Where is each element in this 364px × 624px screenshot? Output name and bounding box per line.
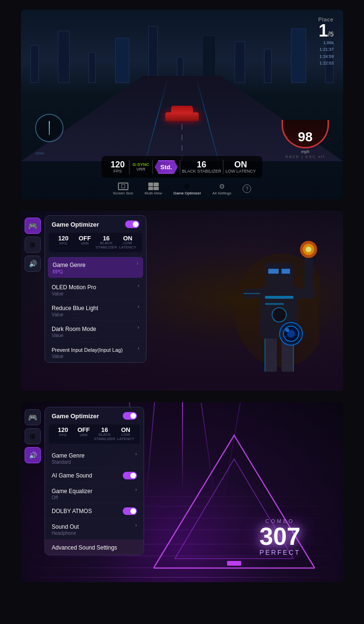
spacer [45, 444, 144, 448]
optimizer-toggle[interactable] [125, 220, 139, 228]
ll-stat: ON Low Latency [117, 235, 138, 250]
game-hud-bar: 120 FPS G-SYNC VRR Std. 16 Black Stabili… [101, 156, 262, 178]
compass [35, 114, 64, 142]
sound-optimizer-panel: Game Optimizer 120 FPS OFF VRR 16 Black … [45, 407, 144, 555]
race-mode-labels: RACE | ESC off [282, 155, 329, 159]
city-buildings [21, 17, 343, 83]
compass-label: 0/0/0 [36, 151, 44, 156]
sound-bs-stat: 16 Black Stabilizer [94, 427, 115, 441]
svg-rect-16 [265, 263, 293, 289]
sidebar-icon-gamepad[interactable]: 🎮 [25, 218, 41, 234]
toolbar-multiview[interactable]: Multi-View [145, 183, 162, 195]
panel-game-optimizer-visual: 🎮 ⊞ 🔊 Game Optimizer 120 FPS OFF [21, 211, 343, 391]
sidebar-icon-sound[interactable]: 🔊 [25, 256, 41, 272]
stats-row: 120 FPS OFF VRR 16 Black Stabilizer ON L… [49, 233, 142, 252]
panel-wrapper-3: COMBO 307 PERFECT 🎮 ⊞ 🔊 Game Optimizer 1… [21, 402, 343, 582]
vrr-stat: OFF VRR [74, 235, 95, 250]
score-number: 307 [259, 524, 300, 549]
sound-menu-equalizer[interactable]: Game Equalizer › Off [45, 483, 144, 504]
sound-menu-advanced[interactable]: Advanced Sound Settings [45, 540, 144, 555]
svg-point-14 [306, 247, 311, 252]
panel-racing-game: 0/0/0 Place 1/5 1.00s1:21:371:24:591:22:… [21, 9, 343, 199]
race-position: 1/5 [318, 22, 334, 39]
menu-item-dark-room[interactable]: Dark Room Mode › Value [45, 321, 146, 341]
svg-rect-20 [282, 269, 290, 274]
divider [152, 160, 153, 174]
vrr-stat: G-SYNC VRR [131, 163, 150, 172]
sound-fps-stat: 120 FPS [53, 427, 73, 441]
sound-stats-row: 120 FPS OFF VRR 16 Black Stabilizer ON L… [49, 424, 140, 444]
race-position-hud: Place 1/5 1.00s1:21:371:24:591:22:03 [318, 17, 334, 67]
compass-needle [49, 121, 50, 135]
game-toolbar: Screen Size Multi-View ⚙ Game Optimizer … [113, 183, 251, 195]
toolbar-game-optimizer[interactable]: ⚙ Game Optimizer [173, 183, 201, 195]
menu-item-reduce-blue-light[interactable]: Reduce Blue Light › Value [45, 300, 146, 321]
sidebar-3-icon-gamepad[interactable]: 🎮 [25, 409, 41, 425]
blue-orb [277, 320, 305, 348]
sound-vrr-stat: OFF VRR [73, 427, 94, 441]
sidebar-3-icon-display[interactable]: ⊞ [25, 428, 41, 444]
sidebar: 🎮 ⊞ 🔊 [25, 218, 41, 272]
bs-stat: 16 Black Stabilizer [96, 235, 117, 250]
sound-menu-dolby[interactable]: DOLBY ATMOS [45, 504, 144, 519]
speedometer: 98 mph RACE | ESC off [282, 120, 329, 159]
svg-rect-7 [265, 303, 284, 305]
robot-character [187, 215, 319, 386]
sound-optimizer-toggle[interactable] [123, 412, 137, 420]
laser-beam-3 [182, 402, 183, 492]
svg-rect-11 [304, 253, 313, 291]
lap-times: 1.00s1:21:371:24:591:22:03 [318, 39, 334, 67]
divider [129, 160, 129, 174]
mode-badge: Std. [155, 160, 178, 174]
spacer [45, 252, 146, 256]
menu-item-oled-motion[interactable]: OLED Motion Pro › Value [45, 279, 146, 300]
menu-item-game-genre[interactable]: Game Genre › RPG [48, 257, 143, 278]
black-stabilizer-stat: 16 Black Stabilizer [182, 160, 221, 174]
sound-menu-ai-sound[interactable]: AI Game Sound [45, 468, 144, 483]
optimizer-header: Game Optimizer [45, 216, 146, 233]
car [165, 112, 199, 121]
svg-rect-6 [265, 296, 293, 299]
fps-stat: 120 FPS [53, 235, 74, 250]
toolbar-help[interactable]: ? [243, 184, 251, 194]
sound-ll-stat: ON Low Latency [115, 427, 136, 441]
building [148, 26, 158, 83]
panel-game-optimizer-sound: COMBO 307 PERFECT 🎮 ⊞ 🔊 Game Optimizer 1… [21, 402, 343, 582]
optimizer-title: Game Optimizer [52, 221, 99, 228]
svg-rect-28 [227, 561, 241, 566]
svg-rect-1 [265, 334, 277, 372]
perfect-label: PERFECT [259, 549, 300, 556]
speed-number: 98 [298, 129, 312, 145]
building [58, 31, 70, 83]
toolbar-screen-size[interactable]: Screen Size [113, 183, 133, 195]
toolbar-all-settings[interactable]: ⚙ All Settings [212, 183, 231, 195]
ai-sound-toggle[interactable] [123, 472, 137, 479]
sound-optimizer-title: Game Optimizer [52, 413, 99, 420]
road-center-line [182, 114, 182, 161]
sidebar-icon-display[interactable]: ⊞ [25, 237, 41, 253]
sound-menu-game-genre[interactable]: Game Genre › Standard [45, 448, 144, 468]
low-latency-stat: ON Low Latency [226, 160, 256, 174]
sound-menu-sound-out[interactable]: Sound Out › Headphone [45, 519, 144, 540]
sound-optimizer-header: Game Optimizer [45, 407, 144, 424]
svg-rect-19 [268, 269, 279, 274]
optimizer-panel-2: Game Optimizer 120 FPS OFF VRR 16 Black … [45, 215, 146, 363]
divider [223, 160, 224, 174]
svg-point-24 [285, 328, 289, 332]
sidebar-3: 🎮 ⊞ 🔊 [25, 409, 41, 463]
speed-unit: mph [282, 149, 329, 154]
fps-stat: 120 FPS [108, 160, 127, 174]
panel-wrapper-2: 🎮 ⊞ 🔊 Game Optimizer 120 FPS OFF [21, 211, 343, 391]
divider [180, 160, 180, 174]
score-display: COMBO 307 PERFECT [259, 518, 300, 556]
dolby-toggle[interactable] [123, 507, 137, 515]
sidebar-3-icon-sound[interactable]: 🔊 [25, 447, 41, 463]
menu-item-input-delay[interactable]: Prevent Input Delay(Input Lag) › Value [45, 341, 146, 362]
building [291, 28, 306, 83]
